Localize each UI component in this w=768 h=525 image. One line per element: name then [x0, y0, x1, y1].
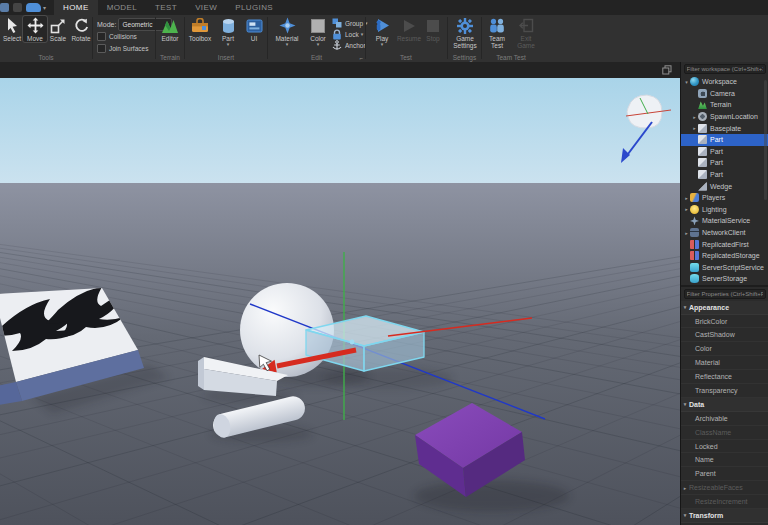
explorer-filter-input[interactable]: [684, 64, 766, 74]
chevron-down-icon[interactable]: ▾: [683, 79, 690, 85]
chevron-down-icon[interactable]: ▾: [681, 512, 689, 518]
explorer-item-serverstorage[interactable]: ServerStorage: [681, 273, 768, 285]
chevron-right-icon: ▸: [681, 485, 689, 491]
explorer-item-spawnlocation[interactable]: ▸ SpawnLocation: [681, 111, 768, 123]
ribbon-group-edit: Material ▾ Color ▾ Group▾ Lock▾: [268, 15, 365, 62]
group-button[interactable]: Group▾: [332, 18, 368, 28]
property-row-name[interactable]: Name: [681, 453, 768, 467]
select-tool-button[interactable]: Select: [0, 16, 24, 42]
toolbox-button[interactable]: Toolbox: [188, 16, 212, 42]
lock-button[interactable]: Lock▾: [332, 29, 368, 39]
move-handle-center[interactable]: [350, 340, 355, 345]
ribbon-group-team-test: Team Test Exit Game Team Test: [482, 15, 540, 62]
viewport-3d[interactable]: [0, 78, 680, 525]
join-surfaces-checkbox[interactable]: [97, 44, 106, 53]
part-icon: [698, 135, 707, 144]
move-tool-button[interactable]: Move: [23, 16, 47, 42]
tab-home[interactable]: HOME: [54, 0, 98, 15]
chevron-right-icon[interactable]: ▸: [683, 195, 690, 201]
explorer-item-replicatedfirst[interactable]: ReplicatedFirst: [681, 238, 768, 250]
team-test-button[interactable]: Team Test: [484, 16, 510, 49]
explorer-item-baseplate[interactable]: ▸ Baseplate: [681, 122, 768, 134]
material-button[interactable]: Material ▾: [274, 16, 300, 47]
part-cylinder-icon: [221, 16, 236, 35]
app-window-icon[interactable]: [0, 3, 9, 12]
chevron-right-icon[interactable]: ▸: [683, 230, 690, 236]
property-row-castshadow[interactable]: CastShadow: [681, 328, 768, 342]
explorer-item-wedge[interactable]: Wedge: [681, 180, 768, 192]
properties-filter-input[interactable]: [684, 289, 766, 299]
chevron-down-icon: ▾: [381, 42, 384, 47]
gear-icon: [457, 16, 473, 35]
insert-part-button[interactable]: Part ▾: [216, 16, 240, 47]
properties-section-data[interactable]: ▾ Data: [681, 398, 768, 412]
property-row-brickcolor[interactable]: BrickColor: [681, 315, 768, 329]
explorer-scrollbar[interactable]: [764, 80, 767, 200]
maximize-viewport-icon[interactable]: [662, 65, 672, 75]
server-script-service-icon: [690, 263, 699, 272]
quick-access-icon[interactable]: [13, 3, 22, 12]
explorer-item-lighting[interactable]: ▸ Lighting: [681, 204, 768, 216]
property-row-color[interactable]: Color: [681, 342, 768, 356]
chevron-down-icon: ▾: [227, 42, 230, 47]
properties-section-transform[interactable]: ▾ Transform: [681, 509, 768, 523]
explorer-item-part[interactable]: Part: [681, 169, 768, 181]
explorer-item-serverscriptservice[interactable]: ServerScriptService: [681, 262, 768, 274]
explorer-item-materialservice[interactable]: MaterialService: [681, 215, 768, 227]
chevron-down-icon[interactable]: ▾: [681, 401, 689, 407]
terrain-editor-button[interactable]: Editor: [158, 16, 182, 42]
explorer-item-replicatedstorage[interactable]: ReplicatedStorage: [681, 250, 768, 262]
collisions-checkbox[interactable]: [97, 32, 106, 41]
explorer-item-workspace[interactable]: ▾ Workspace: [681, 76, 768, 88]
properties-section-appearance[interactable]: ▾ Appearance: [681, 301, 768, 315]
chevron-right-icon[interactable]: ▸: [691, 125, 698, 131]
property-row-classname: ClassName: [681, 426, 768, 440]
move-icon: [27, 16, 44, 35]
property-row-transparency[interactable]: Transparency: [681, 384, 768, 398]
roblox-studio-window: ▾ HOME MODEL TEST VIEW PLUGINS Select Mo…: [0, 0, 768, 525]
tab-plugins[interactable]: PLUGINS: [226, 0, 282, 15]
ribbon: Select Move Scale Rotate Tools: [0, 15, 768, 63]
settings-group-label: Settings: [448, 54, 481, 61]
stop-icon: [426, 16, 440, 35]
explorer-item-camera[interactable]: Camera: [681, 88, 768, 100]
anchor-button[interactable]: Anchor: [332, 40, 368, 50]
play-button[interactable]: Play ▾: [370, 16, 394, 47]
explorer-item-networkclient[interactable]: ▸ NetworkClient: [681, 227, 768, 239]
scale-tool-button[interactable]: Scale: [46, 16, 70, 42]
scale-icon: [50, 16, 66, 35]
explorer-item-part[interactable]: Part: [681, 157, 768, 169]
property-row-resizeablefaces: ▸ ResizeableFaces: [681, 481, 768, 495]
explorer-panel: ▾ Workspace Camera Terrain ▸ SpawnLocati…: [681, 64, 768, 285]
ribbon-group-tools: Select Move Scale Rotate Tools: [0, 15, 92, 62]
edit-dialog-launcher-icon[interactable]: ⌐: [359, 55, 363, 61]
quick-access-caret-icon[interactable]: ▾: [43, 4, 46, 11]
explorer-item-players[interactable]: ▸ Players: [681, 192, 768, 204]
tab-view[interactable]: VIEW: [186, 0, 226, 15]
property-row-reflectance[interactable]: Reflectance: [681, 370, 768, 384]
game-settings-button[interactable]: Game Settings: [451, 16, 479, 49]
tab-model[interactable]: MODEL: [98, 0, 146, 15]
stop-button: Stop: [421, 16, 445, 42]
part-icon: [698, 124, 707, 133]
property-row-parent[interactable]: Parent: [681, 467, 768, 481]
anchor-icon: [332, 40, 342, 51]
insert-ui-button[interactable]: UI: [242, 16, 266, 42]
property-row-archivable[interactable]: Archivable: [681, 412, 768, 426]
color-button[interactable]: Color ▾: [306, 16, 330, 47]
tab-test[interactable]: TEST: [146, 0, 186, 15]
chevron-right-icon[interactable]: ▸: [683, 206, 690, 212]
explorer-item-part[interactable]: Part: [681, 146, 768, 158]
exit-game-button: Exit Game: [513, 16, 539, 49]
explorer-item-part-selected[interactable]: Part: [681, 134, 768, 146]
ribbon-group-settings: Game Settings Settings: [448, 15, 481, 62]
property-row-locked[interactable]: Locked: [681, 440, 768, 454]
studio-vehicle-icon[interactable]: [26, 3, 41, 12]
rotate-tool-button[interactable]: Rotate: [69, 16, 93, 42]
collisions-checkbox-row[interactable]: Collisions: [97, 32, 148, 41]
chevron-down-icon[interactable]: ▾: [681, 304, 689, 310]
join-surfaces-checkbox-row[interactable]: Join Surfaces: [97, 44, 148, 53]
chevron-right-icon[interactable]: ▸: [691, 114, 698, 120]
property-row-material[interactable]: Material: [681, 356, 768, 370]
explorer-item-terrain[interactable]: Terrain: [681, 99, 768, 111]
